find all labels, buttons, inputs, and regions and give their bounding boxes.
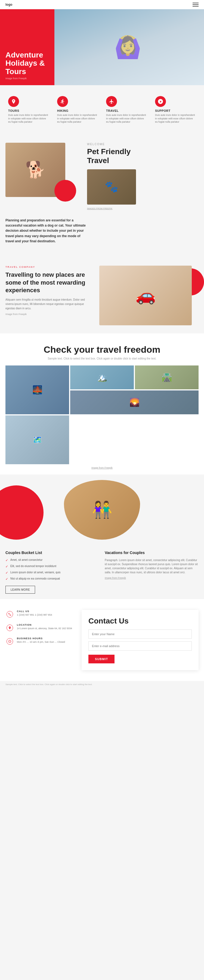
freedom-photo-1: 🌉: [5, 366, 69, 414]
bucket-text-4: Nisi ut aliquip ex ea commodo consequat: [10, 577, 60, 581]
feature-travel-desc: Duis aute irure dolor in reprehenderit i…: [106, 113, 147, 124]
features-section: TOURS Duis aute irure dolor in reprehend…: [0, 85, 204, 135]
hero-section: Adventure Holidays & Tours Image from Fr…: [0, 9, 204, 85]
travel-freedom-subtitle: Sample text. Click to select the text bo…: [5, 357, 199, 360]
freedom-image-credit: Image from Freepik: [5, 466, 199, 469]
check-icon-1: ✓: [5, 558, 8, 562]
tours-icon: [8, 96, 19, 107]
contact-hours: BUSINESS HOURS Mon–Fri … 10 am–6 pm, Sat…: [5, 637, 76, 646]
feature-hiking-title: HIKING: [57, 109, 98, 112]
contact-section: CALL US 1 (234) 567 891 1 (234) 987 654 …: [0, 599, 204, 681]
pet-secondary-image: 🐾: [87, 169, 136, 205]
tc-company-label: TRAVEL COMPANY: [5, 266, 87, 268]
bucket-item-2: ✓ Elit, sed do eiusmod tempor incididunt: [5, 564, 99, 568]
tc-main-image: 🚗: [99, 266, 192, 325]
clock-icon-wrap: [5, 637, 14, 646]
contact-location: LOCATION 14 Lorem ipsum st, alencey, Sta…: [5, 624, 76, 632]
support-icon: [155, 96, 166, 107]
travel-freedom-title: Check your travel freedom: [5, 344, 199, 355]
check-icon-3: ✓: [5, 571, 8, 575]
contact-info: CALL US 1 (234) 567 891 1 (234) 987 654 …: [5, 610, 76, 670]
bucket-text-2: Elit, sed do eiusmod tempor incididunt: [10, 564, 56, 568]
pet-section: 🐕 WELCOME Pet Friendly Travel 🐾 IMAGES F…: [0, 135, 204, 218]
feature-hiking-desc: Duis aute irure dolor in reprehenderit i…: [57, 113, 98, 124]
tc-right-col: 🚗: [93, 266, 199, 325]
bucket-item-3: ✓ Lorem ipsum dolor sit amet, veniami, q…: [5, 571, 99, 575]
phone-value: 1 (234) 567 891 1 (234) 987 654: [17, 613, 52, 617]
hero-image-credit: Image from Freepik: [5, 77, 49, 80]
feature-travel: TRAVEL Duis aute irure dolor in reprehen…: [103, 93, 149, 126]
bucket-text-3: Lorem ipsum dolor sit amet, veniami, qui…: [10, 571, 61, 574]
hours-label: BUSINESS HOURS: [17, 637, 65, 640]
feature-tours: TOURS Duis aute irure dolor in reprehend…: [5, 93, 52, 126]
check-icon-4: ✓: [5, 577, 8, 581]
vacations-description: Paragraph. Lorem ipsum dolor sit amet, c…: [105, 558, 199, 574]
pet-welcome-label: WELCOME: [87, 143, 199, 146]
location-label: LOCATION: [17, 624, 72, 626]
vacations-image-credit: Image from Freepik: [105, 577, 199, 579]
hours-value: Mon–Fri … 10 am–6 pm, Sat–Sun ... Closed: [17, 640, 65, 644]
freedom-photo-4: 🌄: [70, 390, 199, 414]
hero-photo: 🙆‍♀️: [52, 9, 204, 85]
freedom-photo-2: 🏔️: [70, 366, 134, 389]
section-divider: [0, 252, 204, 258]
pet-image-credit: IMAGES FROM FREEPIK: [87, 207, 199, 210]
feature-hiking: HIKING Duis aute irure dolor in reprehen…: [55, 93, 101, 126]
travel-freedom-section: Check your travel freedom Sample text. C…: [0, 333, 204, 474]
clock-icon: [6, 638, 13, 645]
footer-sample-text: Sample text. Click to select the text bo…: [0, 681, 204, 688]
feature-support-title: SUPPORT: [155, 109, 196, 112]
contact-email-input[interactable]: [88, 641, 192, 651]
bucket-text-1: Amet, sit amet consectetur: [10, 558, 42, 562]
travel-company-section: TRAVEL COMPANY Travelling to new places …: [0, 258, 204, 333]
two-col-section: Couples Bucket List ✓ Amet, sit amet con…: [0, 545, 204, 599]
freedom-photo-grid: 🌉 🏔️ 🛣️ 🌄 🗺️: [5, 366, 199, 464]
hamburger-menu[interactable]: [193, 3, 199, 6]
learn-more-button[interactable]: learn more: [5, 586, 35, 593]
pet-title: Pet Friendly Travel: [87, 147, 199, 165]
feature-tours-title: TOURS: [8, 109, 49, 112]
contact-submit-button[interactable]: SUBMIT: [88, 655, 114, 663]
tc-description: Aliquam sem fringilla ut morbi tincidunt…: [5, 298, 87, 311]
bucket-item-1: ✓ Amet, sit amet consectetur: [5, 558, 99, 562]
hiking-icon: [57, 96, 68, 107]
couple-photo: 👫: [64, 480, 140, 540]
hero-title: Adventure Holidays & Tours: [5, 51, 49, 76]
contact-form: Contact Us SUBMIT: [82, 610, 199, 670]
feature-tours-desc: Duis aute irure dolor in reprehenderit i…: [8, 113, 49, 124]
travel-icon: [106, 96, 117, 107]
phone-icon-wrap: [5, 610, 14, 619]
bucket-list-col: Couples Bucket List ✓ Amet, sit amet con…: [5, 550, 99, 593]
bucket-item-4: ✓ Nisi ut aliquip ex ea commodo consequa…: [5, 577, 99, 581]
contact-phone: CALL US 1 (234) 567 891 1 (234) 987 654: [5, 610, 76, 619]
vacations-title: Vacations for Couples: [105, 550, 199, 555]
freedom-photo-3: 🛣️: [135, 366, 199, 389]
check-icon-2: ✓: [5, 565, 8, 568]
pet-description: Planning and preparation are essential f…: [0, 218, 204, 252]
location-value: 14 Lorem ipsum st, alencey, State 64, 82…: [17, 627, 72, 630]
header: logo: [0, 0, 204, 9]
bucket-list-title: Couples Bucket List: [5, 550, 99, 555]
freedom-photo-5: 🗺️: [5, 415, 69, 464]
contact-title: Contact Us: [88, 617, 192, 625]
pet-image-icon: 🐕: [25, 160, 46, 179]
logo: logo: [5, 3, 12, 6]
couple-red-blob: [0, 485, 43, 540]
feature-support-desc: Duis aute irure dolor in reprehenderit i…: [155, 113, 196, 124]
phone-icon: [6, 611, 13, 617]
hero-decoration: 🙆‍♀️: [114, 35, 141, 60]
pet-left-col: 🐕: [5, 143, 82, 210]
feature-travel-title: TRAVEL: [106, 109, 147, 112]
tc-left-col: TRAVEL COMPANY Travelling to new places …: [5, 266, 87, 325]
location-icon-wrap: [5, 624, 14, 632]
pet-right-col: WELCOME Pet Friendly Travel 🐾 IMAGES FRO…: [87, 143, 199, 210]
couple-section: 👫: [0, 474, 204, 545]
contact-name-input[interactable]: [88, 630, 192, 639]
location-icon: [6, 625, 13, 631]
pet-pink-decoration: [55, 180, 76, 202]
tc-title: Travelling to new places are some of the…: [5, 271, 87, 294]
tc-image-credit: Image from Freepik: [5, 313, 87, 315]
phone-label: CALL US: [17, 610, 52, 612]
feature-support: SUPPORT Duis aute irure dolor in reprehe…: [152, 93, 199, 126]
hero-text-block: Adventure Holidays & Tours Image from Fr…: [0, 9, 55, 85]
